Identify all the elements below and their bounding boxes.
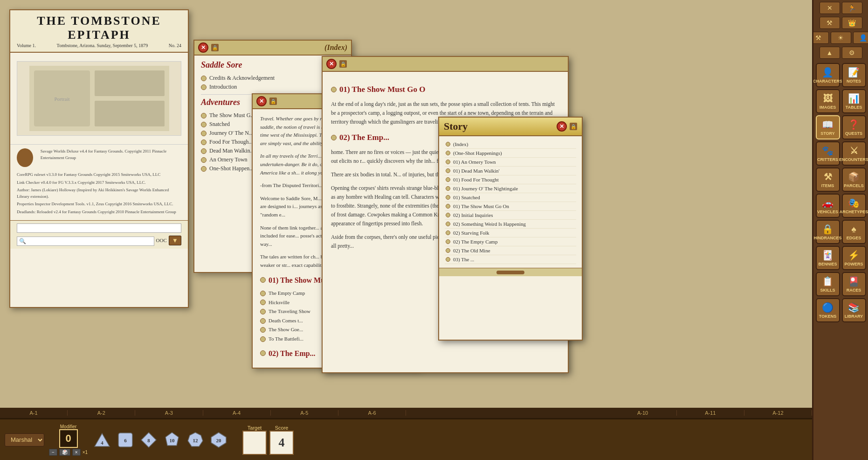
edges-label: Edges [847, 236, 861, 240]
vehicles-icon: 🚗 [822, 197, 834, 209]
slot-a4: A-4 [203, 410, 271, 416]
parcels-icon: 📦 [848, 171, 860, 182]
toolbar-btn-6[interactable]: ☀ [831, 32, 851, 44]
modifier-x1: ×1 [83, 450, 88, 455]
die-d10[interactable]: 10 [162, 430, 182, 450]
toolbar-btn-2[interactable]: 🏃 [842, 2, 862, 14]
sidebar-notes-button[interactable]: 📝 Notes [842, 63, 866, 87]
sidebar-vehicles-button[interactable]: 🚗 Vehicles [816, 194, 840, 218]
credit-2: CoreRPG ruleset v3.3.0 for Fantasy Groun… [17, 172, 181, 178]
story-index-window: Story ✕ 🔒 (Index) (One-Shot Happenings) … [438, 117, 583, 341]
newspaper-title: THE TOMBSTONE EPITAPH [12, 14, 186, 42]
story-item-empty-camp[interactable]: 02) The Empty Camp [445, 237, 576, 246]
sidebar-powers-button[interactable]: ⚡ Powers [842, 246, 866, 270]
index-title: (Index) [324, 43, 347, 52]
sidebar-images-button[interactable]: 🖼 Images [816, 89, 840, 113]
story-item-snatched[interactable]: 01) Snatched [445, 193, 576, 202]
top-mini-toolbar-4: ▲ ⚙ [820, 47, 862, 59]
library-label: Library [845, 314, 863, 319]
story-lock-icon: 🔒 [570, 123, 577, 130]
main-story-close-button[interactable]: ✕ [326, 59, 337, 69]
slot-a6: A-6 [338, 410, 406, 416]
modifier-dice[interactable]: 🎲 [59, 449, 70, 456]
intro-lock-icon: 🔒 [269, 98, 277, 105]
die-d4[interactable]: 4 [92, 430, 112, 450]
sidebar-characters-button[interactable]: 👤 Characters [816, 63, 840, 87]
tables-label: Tables [846, 105, 862, 110]
skills-label: Skills [820, 288, 835, 293]
sidebar-races-button[interactable]: 🎴 Races [842, 272, 866, 296]
sidebar-parcels-button[interactable]: 📦 Parcels [842, 167, 866, 192]
story-item-show[interactable]: 01) The Show Must Go On [445, 202, 576, 211]
story-item-starving[interactable]: 02) Starving Folk [445, 229, 576, 237]
sidebar-tables-button[interactable]: 📊 Tables [842, 89, 866, 113]
intro-close-button[interactable]: ✕ [256, 96, 267, 106]
toolbar-btn-5[interactable]: ⚒ [812, 32, 829, 44]
sidebar-library-button[interactable]: 📚 Library [842, 298, 866, 322]
footer-input[interactable] [17, 223, 181, 233]
toolbar-btn-9[interactable]: ⚙ [842, 47, 862, 59]
die-d20[interactable]: 20 [209, 430, 228, 450]
sidebar-skills-button[interactable]: 📋 Skills [816, 272, 840, 296]
newspaper-panel: THE TOMBSTONE EPITAPH Volume 1. Tombston… [9, 9, 189, 308]
story-item-weird[interactable]: 02) Something Weird Is Happening [445, 220, 576, 229]
score-box: 4 [269, 431, 294, 455]
top-mini-toolbar: ✕ 🏃 [820, 2, 862, 14]
sidebar-row-1: 👤 Characters 📝 Notes [816, 63, 866, 87]
sidebar-row-10: 🔵 Tokens 📚 Library [816, 298, 866, 322]
sidebar-quests-button[interactable]: ❓ Quests [842, 115, 866, 139]
die-d8[interactable]: 8 [139, 430, 158, 450]
story-item-dead-man[interactable]: 01) Dead Man Walkin' [445, 167, 576, 175]
index-close-button[interactable]: ✕ [198, 42, 208, 53]
tokens-label: Tokens [819, 314, 836, 319]
story-icon: 📖 [822, 119, 834, 130]
newspaper-header: THE TOMBSTONE EPITAPH Volume 1. Tombston… [10, 10, 188, 53]
toc-bullet-credits [201, 76, 207, 81]
die-d12[interactable]: 12 [186, 430, 205, 450]
die-d6[interactable]: 6 [116, 430, 135, 450]
sidebar-bennies-button[interactable]: 🃏 Bennies [816, 246, 840, 270]
story-item-journey[interactable]: 01) Journey O' The Nightingale [445, 184, 576, 193]
credit-3: Link Checker v0.4.0 for FG V.3.3.x Copyr… [17, 180, 181, 186]
toolbar-btn-4[interactable]: 👑 [842, 17, 862, 29]
races-label: Races [847, 288, 861, 293]
story-item-ornery[interactable]: 01) An Ornery Town [445, 158, 576, 167]
story-item-index[interactable]: (Index) [445, 140, 576, 149]
sidebar-edges-button[interactable]: ♠ Edges [842, 220, 866, 244]
story-scrollbar[interactable] [439, 268, 582, 276]
target-box[interactable] [242, 431, 267, 455]
sidebar-critters-button[interactable]: 🐾 Critters [816, 141, 840, 166]
story-item-oneshot[interactable]: (One-Shot Happenings) [445, 149, 576, 158]
encounters-icon: ⚔ [850, 145, 858, 156]
story-item-old-mine[interactable]: 02) The Old Mine [445, 246, 576, 255]
sidebar-items-button[interactable]: ⚒ Items [816, 167, 840, 192]
top-mini-toolbar-2: ⚒ 👑 [820, 17, 862, 29]
newspaper-location: Tombstone, Arizona. Sunday, September 5,… [57, 43, 148, 48]
story-item-03[interactable]: 03) The ... [445, 255, 576, 264]
ooc-button[interactable]: ▼ [169, 236, 181, 245]
toolbar-btn-1[interactable]: ✕ [820, 2, 840, 14]
toolbar-btn-3[interactable]: ⚒ [820, 17, 840, 29]
newspaper-subtitle: Volume 1. Tombstone, Arizona. Sunday, Se… [12, 43, 186, 48]
sidebar-hindrances-button[interactable]: 🔒 Hindrances [816, 220, 840, 244]
target-label: Target [248, 425, 262, 431]
sidebar-archetypes-button[interactable]: 🎭 Archetypes [842, 194, 866, 218]
toolbar-btn-8[interactable]: ▲ [820, 47, 840, 59]
svg-text:12: 12 [193, 438, 199, 443]
character-select[interactable]: Marshal [5, 433, 44, 446]
story-item-food[interactable]: 01) Food For Thought [445, 175, 576, 184]
main-story-titlebar: ✕ 🔒 [323, 57, 568, 72]
modifier-x[interactable]: × [72, 449, 81, 456]
toolbar-btn-7[interactable]: 👤 [853, 32, 868, 44]
slot-a1: A-1 [0, 410, 68, 416]
sidebar-tokens-button[interactable]: 🔵 Tokens [816, 298, 840, 322]
story-close-button[interactable]: ✕ [557, 121, 567, 132]
modifier-minus[interactable]: − [49, 449, 57, 456]
svg-text:6: 6 [124, 438, 127, 443]
sidebar-row-7: 🔒 Hindrances ♠ Edges [816, 220, 866, 244]
footer-search[interactable] [17, 237, 154, 246]
story-item-initial[interactable]: 02) Initial Inquiries [445, 211, 576, 220]
sidebar-encounters-button[interactable]: ⚔ Encounters [842, 141, 866, 166]
skills-icon: 📋 [822, 276, 834, 287]
sidebar-story-button[interactable]: 📖 Story [816, 115, 840, 139]
